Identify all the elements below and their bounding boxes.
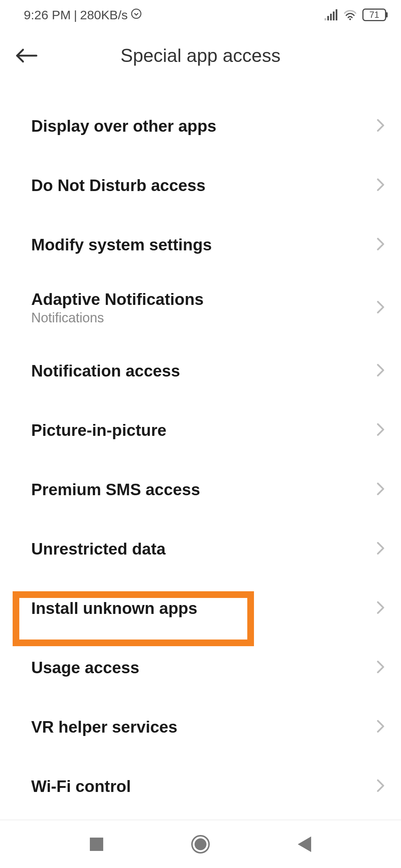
row-label: Display over other apps <box>31 117 216 135</box>
battery-level: 71 <box>369 10 379 20</box>
row-label: Usage access <box>31 658 139 677</box>
arrow-left-icon <box>15 47 39 64</box>
settings-list: Display over other apps Do Not Disturb a… <box>0 82 401 816</box>
nav-back-button[interactable] <box>286 826 323 863</box>
chevron-right-icon <box>376 423 385 438</box>
status-time: 9:26 PM <box>24 8 71 22</box>
row-label: Notification access <box>31 362 180 380</box>
chevron-right-icon <box>376 601 385 616</box>
row-wifi-control[interactable]: Wi-Fi control <box>0 757 401 816</box>
svg-rect-2 <box>327 16 329 20</box>
svg-rect-4 <box>333 11 335 20</box>
svg-rect-8 <box>90 838 103 851</box>
page-title: Special app access <box>0 45 401 66</box>
chevron-right-icon <box>376 779 385 794</box>
chevron-right-icon <box>376 719 385 735</box>
status-bar: 9:26 PM | 280KB/s <box>0 0 401 30</box>
svg-point-0 <box>132 9 141 18</box>
row-install-unknown-apps[interactable]: Install unknown apps <box>0 579 401 638</box>
row-label: Picture-in-picture <box>31 421 166 440</box>
status-divider: | <box>74 8 77 22</box>
svg-point-6 <box>349 19 351 20</box>
status-right: 71 <box>325 9 388 21</box>
row-display-over-other-apps[interactable]: Display over other apps <box>0 96 401 156</box>
row-picture-in-picture[interactable]: Picture-in-picture <box>0 401 401 460</box>
triangle-left-icon <box>298 836 311 852</box>
wifi-icon <box>343 9 357 20</box>
row-modify-system-settings[interactable]: Modify system settings <box>0 215 401 274</box>
nav-home-button[interactable] <box>182 826 219 863</box>
row-vr-helper-services[interactable]: VR helper services <box>0 697 401 757</box>
navigation-bar <box>0 820 401 868</box>
chevron-right-icon <box>376 237 385 253</box>
svg-point-10 <box>195 838 206 850</box>
svg-marker-11 <box>298 836 311 852</box>
row-label: Unrestricted data <box>31 540 166 558</box>
row-premium-sms-access[interactable]: Premium SMS access <box>0 460 401 519</box>
chevron-right-icon <box>376 363 385 379</box>
svg-rect-5 <box>336 9 338 20</box>
circle-icon <box>191 835 210 854</box>
status-left: 9:26 PM | 280KB/s <box>24 8 142 22</box>
row-usage-access[interactable]: Usage access <box>0 638 401 697</box>
row-label: Premium SMS access <box>31 480 200 499</box>
row-sublabel: Notifications <box>31 310 204 326</box>
row-label: Do Not Disturb access <box>31 176 205 195</box>
signal-icon <box>325 9 338 20</box>
back-button[interactable] <box>15 39 48 72</box>
chevron-right-icon <box>376 482 385 497</box>
row-notification-access[interactable]: Notification access <box>0 341 401 401</box>
chevron-right-icon <box>376 178 385 193</box>
status-speed: 280KB/s <box>80 8 128 22</box>
battery-icon: 71 <box>362 9 388 21</box>
chevron-right-icon <box>376 118 385 134</box>
svg-rect-1 <box>325 18 326 20</box>
square-icon <box>90 838 103 851</box>
chevron-right-icon <box>376 660 385 675</box>
alarm-icon <box>131 8 142 22</box>
row-label: Install unknown apps <box>31 599 197 618</box>
svg-rect-3 <box>330 14 332 20</box>
nav-recents-button[interactable] <box>78 826 115 863</box>
row-label: Modify system settings <box>31 236 212 254</box>
row-do-not-disturb-access[interactable]: Do Not Disturb access <box>0 156 401 215</box>
chevron-right-icon <box>376 300 385 316</box>
row-unrestricted-data[interactable]: Unrestricted data <box>0 519 401 579</box>
header: Special app access <box>0 30 401 82</box>
row-label: Wi-Fi control <box>31 777 131 796</box>
row-label: Adaptive Notifications <box>31 290 204 309</box>
row-label: VR helper services <box>31 718 177 736</box>
chevron-right-icon <box>376 541 385 557</box>
row-adaptive-notifications[interactable]: Adaptive Notifications Notifications <box>0 274 401 341</box>
